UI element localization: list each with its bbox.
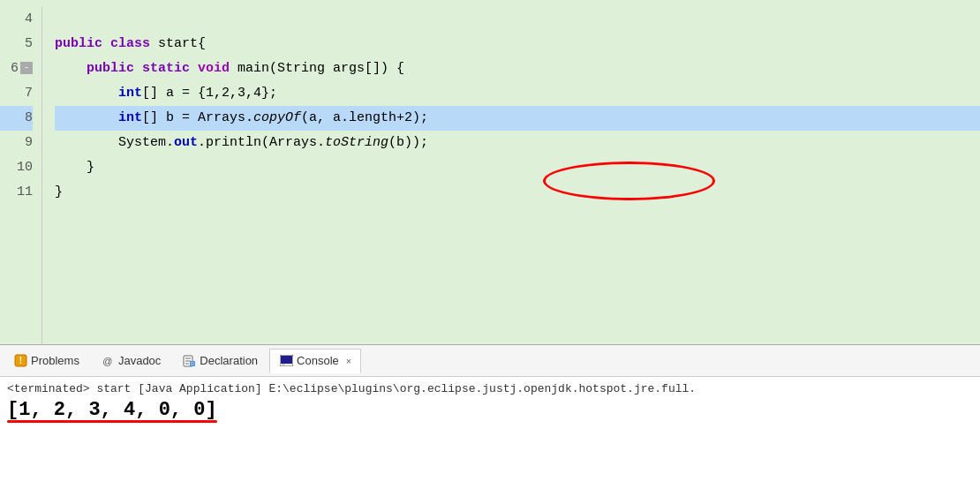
code-line-4 xyxy=(55,7,980,32)
tab-problems[interactable]: ! Problems xyxy=(4,349,89,373)
svg-text:D: D xyxy=(191,361,194,366)
warning-icon: ! xyxy=(13,354,27,368)
code-line-7: int[] a = {1,2,3,4}; xyxy=(55,81,980,106)
tab-declaration[interactable]: D Declaration xyxy=(172,349,268,373)
tab-javadoc[interactable]: @ Javadoc xyxy=(91,349,170,373)
line-num-9: 9 xyxy=(0,131,33,155)
code-line-8: int[] b = Arrays.copyOf(a, a.length+2); xyxy=(55,106,980,131)
line-numbers: 4 5 6- 7 8 9 10 11 xyxy=(0,7,42,344)
console-icon xyxy=(279,354,293,368)
code-lines: public class start{ public static void m… xyxy=(42,7,980,344)
line-num-6: 6- xyxy=(0,56,33,81)
red-underline-annotation xyxy=(7,420,217,423)
console-terminated-line: <terminated> start [Java Application] E:… xyxy=(7,382,973,395)
tab-problems-label: Problems xyxy=(31,354,79,367)
tab-console-label: Console xyxy=(297,354,339,367)
console-output-area: <terminated> start [Java Application] E:… xyxy=(0,377,980,489)
bottom-panel: ! Problems @ Javadoc D Declaratio xyxy=(0,344,980,489)
tab-declaration-label: Declaration xyxy=(200,354,258,367)
svg-text:!: ! xyxy=(19,356,21,365)
code-line-6: public static void main(String args[]) { xyxy=(55,56,980,81)
line-num-7: 7 xyxy=(0,81,33,106)
javadoc-icon: @ xyxy=(101,354,115,368)
tab-console[interactable]: Console × xyxy=(269,349,361,373)
line-num-5: 5 xyxy=(0,32,33,56)
console-output-line: [1, 2, 3, 4, 0, 0] xyxy=(7,399,217,421)
declaration-icon: D xyxy=(182,354,196,368)
code-line-9: System.out.println(Arrays.toString(b)); xyxy=(55,131,980,155)
line-num-11: 11 xyxy=(0,180,33,205)
tab-bar: ! Problems @ Javadoc D Declaratio xyxy=(0,345,980,377)
code-line-10: } xyxy=(55,155,980,180)
svg-rect-9 xyxy=(281,356,292,364)
code-line-11: } xyxy=(55,180,980,205)
code-editor: 4 5 6- 7 8 9 10 11 public class start{ p… xyxy=(0,0,980,344)
line-num-10: 10 xyxy=(0,155,33,180)
line-num-8: 8 xyxy=(0,106,33,131)
tab-console-close[interactable]: × xyxy=(346,356,351,366)
code-line-5: public class start{ xyxy=(55,32,980,56)
tab-javadoc-label: Javadoc xyxy=(118,354,161,367)
line-num-4: 4 xyxy=(0,7,33,32)
